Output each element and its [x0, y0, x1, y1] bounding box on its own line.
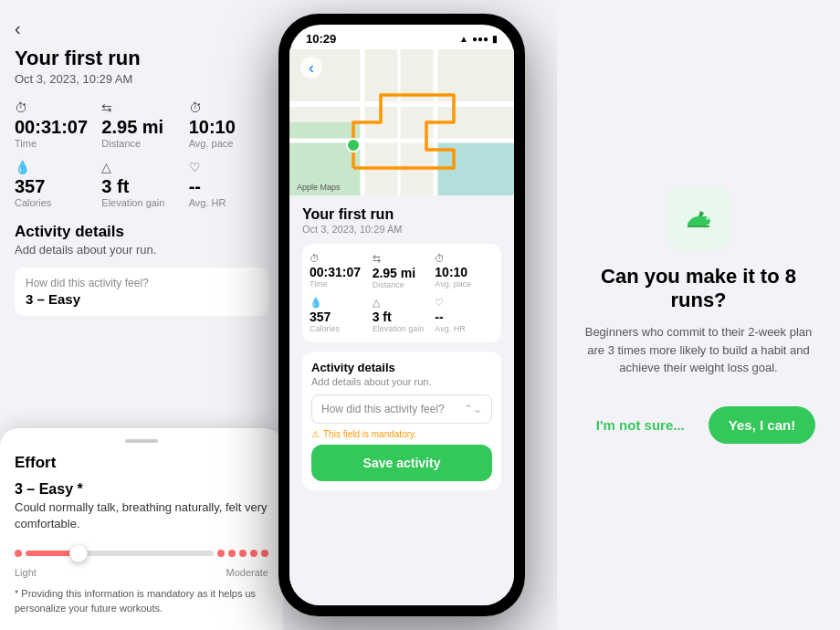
phone-run-date: Oct 3, 2023, 10:29 AM	[302, 224, 501, 235]
effort-sheet: Effort 3 – Easy * Could normally talk, b…	[0, 428, 283, 630]
left-panel: ‹ Your first run Oct 3, 2023, 10:29 AM ⏱…	[0, 0, 283, 630]
sheet-handle[interactable]	[125, 439, 158, 443]
yes-button[interactable]: Yes, I can!	[709, 406, 815, 444]
phone-map-back-button[interactable]: ‹	[300, 57, 322, 79]
phone-activity-details: Activity details Add details about your …	[302, 352, 501, 490]
pace-icon: ⏱	[189, 100, 268, 115]
pace-label: Avg. pace	[189, 138, 268, 149]
cta-buttons: I'm not sure... Yes, I can!	[579, 406, 818, 444]
slider-dot-6	[261, 550, 268, 557]
running-shoe-icon	[680, 200, 717, 236]
phone-distance-icon: ⇆	[373, 253, 432, 265]
slider-dot-1	[15, 550, 22, 557]
svg-point-10	[706, 216, 709, 220]
slider-dot-3	[228, 550, 236, 557]
distance-label: Distance	[101, 138, 181, 149]
phone-pace-value: 10:10	[435, 265, 494, 279]
elevation-icon: △	[101, 160, 181, 174]
activity-details-section: Activity details Add details about your …	[15, 223, 268, 316]
phone-map: ‹ Apple Maps	[289, 49, 514, 195]
phone-stat-hr: ♡ -- Avg. HR	[435, 297, 494, 333]
unsure-button[interactable]: I'm not sure...	[582, 406, 699, 444]
stat-hr: ♡ -- Avg. HR	[189, 160, 268, 208]
slider-dot-5	[250, 550, 257, 557]
signal-icon: ▲	[459, 34, 468, 44]
back-button[interactable]: ‹	[15, 18, 268, 39]
feel-value: 3 – Easy	[26, 291, 257, 307]
phone-save-button[interactable]: Save activity	[311, 445, 492, 481]
effort-title: Effort	[15, 454, 268, 472]
phone-stat-time: ⏱ 00:31:07 Time	[310, 253, 369, 289]
phone-status-icons: ▲ ●●● ▮	[459, 34, 498, 44]
slider-label-moderate: Moderate	[226, 567, 268, 578]
elevation-label: Elevation gain	[101, 197, 181, 208]
phone-warning-text: ⚠ This field is mandatory.	[311, 429, 492, 439]
stats-grid: ⏱ 00:31:07 Time ⇆ 2.95 mi Distance ⏱ 10:…	[15, 100, 268, 208]
cta-title: Can you make it to 8 runs?	[579, 265, 818, 312]
slider-thumb[interactable]	[69, 544, 88, 562]
phone-frame: 10:29 ▲ ●●● ▮	[278, 14, 525, 616]
phone-stats-grid: ⏱ 00:31:07 Time ⇆ 2.95 mi Distance ⏱ 10:…	[302, 244, 501, 342]
calories-value: 357	[15, 176, 94, 197]
phone-calories-icon: 💧	[310, 297, 369, 309]
phone-pace-label: Avg. pace	[435, 279, 494, 289]
phone-time-value: 00:31:07	[310, 265, 369, 279]
calories-label: Calories	[15, 197, 94, 208]
hr-value: --	[189, 176, 268, 197]
phone-time-icon: ⏱	[310, 253, 369, 264]
phone-status-time: 10:29	[306, 32, 336, 46]
stat-distance: ⇆ 2.95 mi Distance	[101, 100, 181, 149]
cta-description: Beginners who commit to their 2-week pla…	[579, 323, 818, 377]
phone-stat-pace: ⏱ 10:10 Avg. pace	[435, 253, 494, 289]
time-icon: ⏱	[15, 100, 94, 115]
phone-content[interactable]: Your first run Oct 3, 2023, 10:29 AM ⏱ 0…	[289, 195, 514, 605]
phone-calories-value: 357	[310, 310, 369, 324]
apple-maps-label: Apple Maps	[297, 183, 341, 192]
hr-icon: ♡	[189, 160, 268, 174]
phone-feel-select[interactable]: How did this activity feel? ⌃⌄	[311, 394, 492, 424]
mandatory-note: * Providing this information is mandator…	[15, 587, 268, 615]
feel-label: How did this activity feel?	[26, 277, 257, 289]
phone-elevation-icon: △	[373, 297, 432, 309]
run-title: Your first run	[15, 47, 268, 70]
calories-icon: 💧	[15, 160, 94, 174]
right-panel: Can you make it to 8 runs? Beginners who…	[557, 0, 840, 630]
run-icon-container	[667, 186, 730, 250]
phone-elevation-label: Elevation gain	[373, 324, 432, 333]
phone-calories-label: Calories	[310, 324, 369, 333]
slider-label-light: Light	[15, 567, 37, 578]
warning-icon: ⚠	[311, 429, 320, 439]
slider-labels: Light Moderate	[15, 567, 268, 578]
phone-hr-value: --	[435, 310, 494, 324]
phone-elevation-value: 3 ft	[373, 310, 432, 324]
phone-stat-calories: 💧 357 Calories	[310, 297, 369, 333]
run-date: Oct 3, 2023, 10:29 AM	[15, 72, 268, 86]
effort-description: Could normally talk, breathing naturally…	[15, 499, 268, 532]
hr-label: Avg. HR	[189, 197, 268, 208]
pace-value: 10:10	[189, 117, 268, 138]
phone-wrapper: 10:29 ▲ ●●● ▮	[278, 14, 525, 616]
time-value: 00:31:07	[15, 117, 94, 138]
phone-hr-label: Avg. HR	[435, 324, 494, 333]
distance-value: 2.95 mi	[101, 117, 181, 138]
activity-details-subtitle: Add details about your run.	[15, 243, 268, 257]
phone-time-label: Time	[310, 279, 369, 289]
activity-details-title: Activity details	[15, 223, 268, 241]
phone-distance-label: Distance	[373, 280, 432, 289]
svg-point-9	[347, 139, 360, 152]
phone-distance-value: 2.95 mi	[373, 266, 432, 280]
stat-pace: ⏱ 10:10 Avg. pace	[189, 100, 268, 149]
slider-dot-2	[217, 550, 225, 557]
stat-time: ⏱ 00:31:07 Time	[15, 100, 94, 149]
phone-pace-icon: ⏱	[435, 253, 494, 264]
phone-hr-icon: ♡	[435, 297, 494, 309]
phone-run-title: Your first run	[302, 206, 501, 223]
feel-box[interactable]: How did this activity feel? 3 – Easy	[15, 268, 268, 316]
battery-icon: ▮	[492, 34, 498, 44]
slider-dot-4	[239, 550, 247, 557]
chevron-icon: ⌃⌄	[464, 403, 482, 415]
stat-elevation: △ 3 ft Elevation gain	[101, 160, 181, 208]
distance-icon: ⇆	[101, 100, 181, 115]
phone-screen: 10:29 ▲ ●●● ▮	[289, 25, 514, 605]
phone-activity-title: Activity details	[311, 361, 492, 374]
